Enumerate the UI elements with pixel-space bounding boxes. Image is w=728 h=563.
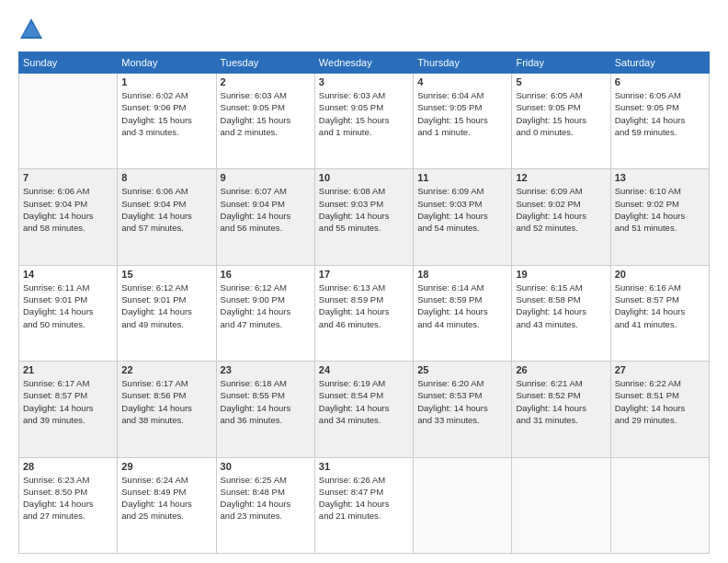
day-number: 3: [319, 76, 409, 87]
day-info: Sunrise: 6:24 AM Sunset: 8:49 PM Dayligh…: [121, 474, 211, 523]
day-number: 25: [417, 364, 507, 375]
calendar-day-cell: 22Sunrise: 6:17 AM Sunset: 8:56 PM Dayli…: [118, 362, 216, 457]
empty-cell: [610, 457, 709, 553]
day-info: Sunrise: 6:23 AM Sunset: 8:50 PM Dayligh…: [23, 474, 113, 523]
calendar-day-cell: 3Sunrise: 6:03 AM Sunset: 9:05 PM Daylig…: [314, 74, 413, 169]
calendar-header-row: SundayMondayTuesdayWednesdayThursdayFrid…: [19, 52, 710, 74]
calendar-day-cell: 26Sunrise: 6:21 AM Sunset: 8:52 PM Dayli…: [512, 362, 610, 457]
day-number: 21: [23, 364, 113, 375]
calendar-day-cell: 5Sunrise: 6:05 AM Sunset: 9:05 PM Daylig…: [512, 74, 610, 169]
day-number: 24: [319, 364, 409, 375]
calendar-day-cell: 1Sunrise: 6:02 AM Sunset: 9:06 PM Daylig…: [118, 74, 216, 169]
calendar-day-cell: 14Sunrise: 6:11 AM Sunset: 9:01 PM Dayli…: [19, 265, 118, 361]
col-header-wednesday: Wednesday: [314, 52, 413, 74]
calendar-day-cell: 25Sunrise: 6:20 AM Sunset: 8:53 PM Dayli…: [414, 362, 512, 457]
calendar-day-cell: 11Sunrise: 6:09 AM Sunset: 9:03 PM Dayli…: [414, 169, 512, 265]
day-number: 11: [417, 172, 507, 183]
day-number: 4: [417, 76, 507, 87]
day-info: Sunrise: 6:21 AM Sunset: 8:52 PM Dayligh…: [516, 377, 606, 426]
day-info: Sunrise: 6:03 AM Sunset: 9:05 PM Dayligh…: [221, 89, 311, 138]
calendar-day-cell: 4Sunrise: 6:04 AM Sunset: 9:05 PM Daylig…: [414, 74, 512, 169]
col-header-sunday: Sunday: [19, 52, 118, 74]
calendar-day-cell: 23Sunrise: 6:18 AM Sunset: 8:55 PM Dayli…: [216, 362, 314, 457]
header: [18, 17, 710, 42]
calendar-day-cell: 17Sunrise: 6:13 AM Sunset: 8:59 PM Dayli…: [314, 265, 413, 361]
calendar-day-cell: 15Sunrise: 6:12 AM Sunset: 9:01 PM Dayli…: [118, 265, 216, 361]
day-number: 31: [319, 461, 409, 472]
calendar-day-cell: 30Sunrise: 6:25 AM Sunset: 8:48 PM Dayli…: [216, 457, 314, 553]
day-info: Sunrise: 6:04 AM Sunset: 9:05 PM Dayligh…: [417, 89, 507, 138]
calendar-day-cell: 8Sunrise: 6:06 AM Sunset: 9:04 PM Daylig…: [118, 169, 216, 265]
day-number: 16: [221, 269, 311, 280]
day-number: 13: [615, 172, 705, 183]
day-number: 15: [121, 269, 211, 280]
day-number: 9: [221, 172, 311, 183]
calendar-day-cell: 9Sunrise: 6:07 AM Sunset: 9:04 PM Daylig…: [216, 169, 314, 265]
day-info: Sunrise: 6:06 AM Sunset: 9:04 PM Dayligh…: [121, 185, 211, 234]
calendar-day-cell: 12Sunrise: 6:09 AM Sunset: 9:02 PM Dayli…: [512, 169, 610, 265]
col-header-monday: Monday: [118, 52, 216, 74]
calendar-day-cell: 10Sunrise: 6:08 AM Sunset: 9:03 PM Dayli…: [314, 169, 413, 265]
day-number: 27: [615, 364, 705, 375]
day-info: Sunrise: 6:12 AM Sunset: 9:00 PM Dayligh…: [221, 282, 311, 330]
day-info: Sunrise: 6:08 AM Sunset: 9:03 PM Dayligh…: [319, 185, 409, 234]
day-number: 23: [221, 364, 311, 375]
calendar-week-row: 7Sunrise: 6:06 AM Sunset: 9:04 PM Daylig…: [19, 169, 710, 265]
day-number: 14: [23, 269, 113, 280]
day-info: Sunrise: 6:02 AM Sunset: 9:06 PM Dayligh…: [121, 89, 211, 138]
col-header-friday: Friday: [512, 52, 610, 74]
svg-marker-1: [22, 22, 40, 37]
day-number: 30: [221, 461, 311, 472]
day-info: Sunrise: 6:26 AM Sunset: 8:47 PM Dayligh…: [319, 474, 409, 523]
day-info: Sunrise: 6:06 AM Sunset: 9:04 PM Dayligh…: [23, 185, 113, 234]
day-number: 10: [319, 172, 409, 183]
logo: [18, 17, 48, 42]
day-number: 17: [319, 269, 409, 280]
col-header-thursday: Thursday: [414, 52, 512, 74]
col-header-tuesday: Tuesday: [216, 52, 314, 74]
day-info: Sunrise: 6:09 AM Sunset: 9:02 PM Dayligh…: [516, 185, 606, 234]
logo-icon: [18, 17, 44, 42]
day-number: 2: [221, 76, 311, 87]
empty-cell: [19, 74, 118, 169]
day-info: Sunrise: 6:16 AM Sunset: 8:57 PM Dayligh…: [615, 282, 705, 330]
day-info: Sunrise: 6:17 AM Sunset: 8:56 PM Dayligh…: [121, 377, 211, 426]
day-info: Sunrise: 6:17 AM Sunset: 8:57 PM Dayligh…: [23, 377, 113, 426]
calendar-week-row: 28Sunrise: 6:23 AM Sunset: 8:50 PM Dayli…: [19, 457, 710, 553]
day-info: Sunrise: 6:03 AM Sunset: 9:05 PM Dayligh…: [319, 89, 409, 138]
calendar-day-cell: 28Sunrise: 6:23 AM Sunset: 8:50 PM Dayli…: [19, 457, 118, 553]
day-info: Sunrise: 6:18 AM Sunset: 8:55 PM Dayligh…: [221, 377, 311, 426]
empty-cell: [414, 457, 512, 553]
day-info: Sunrise: 6:09 AM Sunset: 9:03 PM Dayligh…: [417, 185, 507, 234]
day-info: Sunrise: 6:11 AM Sunset: 9:01 PM Dayligh…: [23, 282, 113, 330]
day-info: Sunrise: 6:22 AM Sunset: 8:51 PM Dayligh…: [615, 377, 705, 426]
day-info: Sunrise: 6:13 AM Sunset: 8:59 PM Dayligh…: [319, 282, 409, 330]
calendar-day-cell: 21Sunrise: 6:17 AM Sunset: 8:57 PM Dayli…: [19, 362, 118, 457]
day-number: 26: [516, 364, 606, 375]
day-info: Sunrise: 6:12 AM Sunset: 9:01 PM Dayligh…: [121, 282, 211, 330]
day-info: Sunrise: 6:20 AM Sunset: 8:53 PM Dayligh…: [417, 377, 507, 426]
calendar-day-cell: 27Sunrise: 6:22 AM Sunset: 8:51 PM Dayli…: [610, 362, 709, 457]
day-info: Sunrise: 6:05 AM Sunset: 9:05 PM Dayligh…: [516, 89, 606, 138]
calendar-day-cell: 7Sunrise: 6:06 AM Sunset: 9:04 PM Daylig…: [19, 169, 118, 265]
calendar-day-cell: 6Sunrise: 6:05 AM Sunset: 9:05 PM Daylig…: [610, 74, 709, 169]
calendar-day-cell: 16Sunrise: 6:12 AM Sunset: 9:00 PM Dayli…: [216, 265, 314, 361]
calendar-week-row: 1Sunrise: 6:02 AM Sunset: 9:06 PM Daylig…: [19, 74, 710, 169]
day-number: 28: [23, 461, 113, 472]
day-info: Sunrise: 6:14 AM Sunset: 8:59 PM Dayligh…: [417, 282, 507, 330]
day-info: Sunrise: 6:05 AM Sunset: 9:05 PM Dayligh…: [615, 89, 705, 138]
day-number: 12: [516, 172, 606, 183]
calendar-day-cell: 20Sunrise: 6:16 AM Sunset: 8:57 PM Dayli…: [610, 265, 709, 361]
day-number: 5: [516, 76, 606, 87]
day-info: Sunrise: 6:07 AM Sunset: 9:04 PM Dayligh…: [221, 185, 311, 234]
day-number: 18: [417, 269, 507, 280]
day-number: 7: [23, 172, 113, 183]
day-info: Sunrise: 6:19 AM Sunset: 8:54 PM Dayligh…: [319, 377, 409, 426]
day-number: 20: [615, 269, 705, 280]
empty-cell: [512, 457, 610, 553]
day-number: 29: [121, 461, 211, 472]
page: SundayMondayTuesdayWednesdayThursdayFrid…: [0, 0, 728, 563]
day-info: Sunrise: 6:15 AM Sunset: 8:58 PM Dayligh…: [516, 282, 606, 330]
day-info: Sunrise: 6:10 AM Sunset: 9:02 PM Dayligh…: [615, 185, 705, 234]
day-number: 1: [121, 76, 211, 87]
